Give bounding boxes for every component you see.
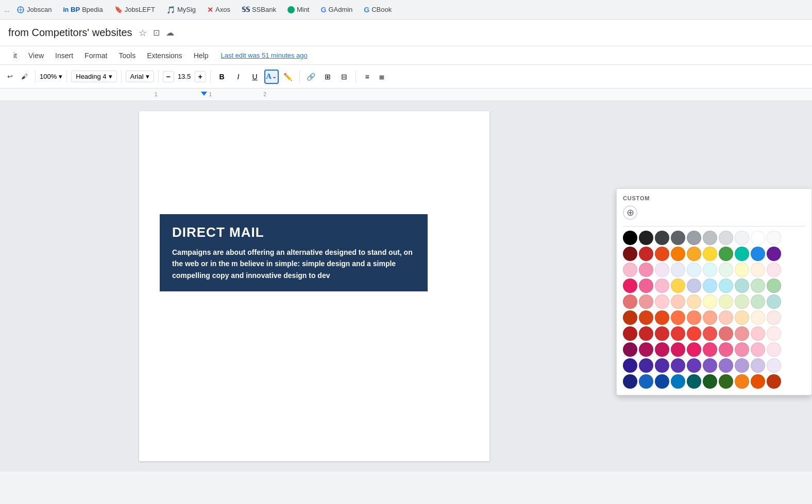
color-swatch-38[interactable] [751,279,765,293]
color-swatch-19[interactable] [767,247,781,261]
color-swatch-96[interactable] [719,374,733,389]
bookmark-mysig[interactable]: 🎵 MySig [162,4,200,15]
color-swatch-4[interactable] [687,231,701,245]
font-selector[interactable]: Arial ▾ [126,71,154,82]
color-swatch-29[interactable] [767,263,781,277]
color-swatch-15[interactable] [703,247,717,261]
color-swatch-80[interactable] [623,358,637,373]
color-swatch-3[interactable] [671,231,685,245]
color-swatch-56[interactable] [719,310,733,325]
color-swatch-76[interactable] [719,342,733,357]
bookmark-cbook[interactable]: G CBook [360,4,396,15]
color-swatch-46[interactable] [719,294,733,309]
color-swatch-35[interactable] [703,279,717,293]
color-swatch-44[interactable] [687,294,701,309]
color-swatch-61[interactable] [639,326,653,341]
color-swatch-62[interactable] [655,326,669,341]
align-left-button[interactable]: ≡ [360,69,375,84]
color-swatch-14[interactable] [687,247,701,261]
color-swatch-95[interactable] [703,374,717,389]
bookmark-bp[interactable]: in BP Bpedia [59,4,107,15]
insert-image-button[interactable]: ⊞ [320,69,335,84]
color-swatch-72[interactable] [655,342,669,357]
insert-table-button[interactable]: ⊟ [337,69,351,84]
color-swatch-83[interactable] [671,358,685,373]
color-swatch-71[interactable] [639,342,653,357]
color-swatch-89[interactable] [767,358,781,373]
color-swatch-65[interactable] [703,326,717,341]
color-swatch-84[interactable] [687,358,701,373]
color-swatch-82[interactable] [655,358,669,373]
color-swatch-21[interactable] [639,263,653,277]
color-swatch-27[interactable] [735,263,749,277]
folder-icon[interactable]: ⊡ [153,28,160,38]
color-swatch-11[interactable] [639,247,653,261]
color-swatch-8[interactable] [751,231,765,245]
color-swatch-20[interactable] [623,263,637,277]
star-icon[interactable]: ☆ [139,27,147,39]
color-swatch-6[interactable] [719,231,733,245]
color-swatch-69[interactable] [767,326,781,341]
color-swatch-66[interactable] [719,326,733,341]
color-swatch-74[interactable] [687,342,701,357]
color-swatch-34[interactable] [687,279,701,293]
color-swatch-5[interactable] [703,231,717,245]
color-swatch-31[interactable] [639,279,653,293]
color-swatch-28[interactable] [751,263,765,277]
color-swatch-91[interactable] [639,374,653,389]
color-swatch-42[interactable] [655,294,669,309]
menu-insert[interactable]: Insert [50,49,78,62]
color-swatch-79[interactable] [767,342,781,357]
color-swatch-47[interactable] [735,294,749,309]
color-swatch-75[interactable] [703,342,717,357]
color-swatch-51[interactable] [639,310,653,325]
color-swatch-88[interactable] [751,358,765,373]
bookmark-ssbank[interactable]: 𝕊𝕊 SSBank [238,4,280,15]
color-swatch-59[interactable] [767,310,781,325]
color-swatch-1[interactable] [639,231,653,245]
color-swatch-30[interactable] [623,279,637,293]
color-swatch-85[interactable] [703,358,717,373]
color-swatch-36[interactable] [719,279,733,293]
undo-button[interactable]: ↩ [4,71,16,82]
menu-tools[interactable]: Tools [113,49,141,62]
color-swatch-32[interactable] [655,279,669,293]
insert-link-button[interactable]: 🔗 [304,69,318,84]
color-swatch-48[interactable] [751,294,765,309]
color-swatch-50[interactable] [623,310,637,325]
color-swatch-70[interactable] [623,342,637,357]
menu-extensions[interactable]: Extensions [142,49,187,62]
color-swatch-37[interactable] [735,279,749,293]
color-swatch-97[interactable] [735,374,749,389]
bookmark-mint[interactable]: Mint [283,4,314,15]
color-swatch-12[interactable] [655,247,669,261]
color-swatch-58[interactable] [751,310,765,325]
color-swatch-18[interactable] [751,247,765,261]
bookmark-jobscan[interactable]: Jobscan [12,4,56,15]
color-swatch-73[interactable] [671,342,685,357]
add-custom-color-button[interactable]: ⊕ [623,205,637,220]
color-swatch-33[interactable] [671,279,685,293]
color-swatch-25[interactable] [703,263,717,277]
color-swatch-81[interactable] [639,358,653,373]
color-swatch-0[interactable] [623,231,637,245]
color-swatch-17[interactable] [735,247,749,261]
color-swatch-67[interactable] [735,326,749,341]
bookmark-axos[interactable]: ✕ Axos [203,4,234,15]
color-swatch-98[interactable] [751,374,765,389]
color-swatch-26[interactable] [719,263,733,277]
italic-button[interactable]: I [231,69,246,84]
paint-format-button[interactable]: 🖌 [18,71,31,82]
color-swatch-90[interactable] [623,374,637,389]
color-swatch-22[interactable] [655,263,669,277]
color-swatch-23[interactable] [671,263,685,277]
color-swatch-78[interactable] [751,342,765,357]
color-swatch-55[interactable] [703,310,717,325]
text-color-button[interactable]: A ⌄ [264,69,279,84]
color-swatch-54[interactable] [687,310,701,325]
doc-page[interactable]: DIRECT MAIL Campaigns are about offering… [139,111,489,461]
color-swatch-39[interactable] [767,279,781,293]
color-swatch-77[interactable] [735,342,749,357]
color-swatch-92[interactable] [655,374,669,389]
zoom-control[interactable]: 100% ▾ [40,73,62,80]
